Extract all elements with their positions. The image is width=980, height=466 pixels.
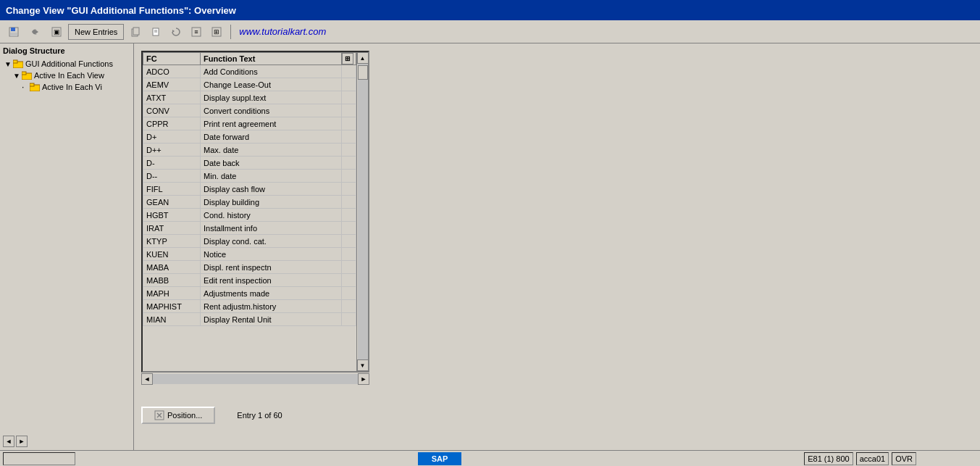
folder-icon-2: [21, 70, 33, 80]
table-row[interactable]: AEMVChange Lease-Out: [143, 78, 356, 91]
table-row[interactable]: CPPRPrint rent agreement: [143, 117, 356, 130]
status-mode: OVR: [892, 452, 916, 465]
title-text: Change View "GUI Additional Functions": …: [6, 5, 236, 16]
table-cell-text: Date back: [201, 157, 342, 170]
table-cell-text: Print rent agreement: [201, 117, 342, 130]
expand-arrow-2: ▼: [13, 72, 20, 80]
table-cell-fc: D--: [143, 170, 201, 183]
folder-icon-3: [29, 82, 41, 92]
svg-marker-10: [172, 30, 175, 33]
table-row[interactable]: ATXTDisplay suppl.text: [143, 91, 356, 104]
table-row[interactable]: D++Max. date: [143, 143, 356, 157]
scroll-down-button[interactable]: ▼: [357, 359, 369, 371]
nav-left-arrow[interactable]: ◄: [3, 436, 14, 447]
status-section-left: [3, 452, 75, 465]
table-cell-fc: GEAN: [143, 196, 201, 209]
svg-rect-2: [10, 33, 17, 36]
table-row[interactable]: ADCOAdd Conditions: [143, 65, 356, 78]
table-cell-text: Notice: [201, 248, 342, 261]
col-fc-header: FC: [143, 53, 201, 65]
table-cell-fc: D+: [143, 130, 201, 143]
scroll-track: [358, 64, 368, 359]
position-button[interactable]: Position...: [141, 407, 215, 424]
table-cell-empty: [342, 313, 356, 326]
table-cell-text: Display suppl.text: [201, 91, 342, 104]
table-row[interactable]: CONVConvert conditions: [143, 104, 356, 117]
table-row[interactable]: FIFLDisplay cash flow: [143, 183, 356, 196]
table-cell-empty: [342, 91, 356, 104]
table-cell-empty: [342, 65, 356, 78]
table-cell-fc: IRAT: [143, 222, 201, 235]
scroll-up-button[interactable]: ▲: [357, 52, 369, 64]
tree-item-active-in-each-vi[interactable]: · Active In Each Vi: [22, 81, 130, 93]
toolbar-btn-7[interactable]: ≡: [188, 23, 205, 41]
scroll-left-button[interactable]: ◄: [141, 373, 153, 385]
toolbar-paste-btn[interactable]: [147, 23, 164, 41]
entry-info: Entry 1 of 60: [237, 411, 282, 420]
table-cell-text: Adjustments made: [201, 287, 342, 300]
table-row[interactable]: IRATInstallment info: [143, 222, 356, 235]
svg-rect-6: [133, 28, 139, 35]
table-cell-empty: [342, 235, 356, 248]
table-cell-text: Date forward: [201, 130, 342, 143]
undo-button[interactable]: [26, 23, 45, 41]
table-row[interactable]: D--Min. date: [143, 170, 356, 183]
table-row[interactable]: KTYPDisplay cond. cat.: [143, 235, 356, 248]
table-cell-empty: [342, 130, 356, 143]
table-row[interactable]: KUENNotice: [143, 248, 356, 261]
new-entries-button[interactable]: New Entries: [68, 24, 124, 40]
table-cell-fc: MABB: [143, 274, 201, 287]
table-cell-fc: ATXT: [143, 91, 201, 104]
hscroll-track: [153, 374, 358, 384]
table-row[interactable]: MAPHAdjustments made: [143, 287, 356, 300]
table-cell-empty: [342, 157, 356, 170]
table-cell-text: Rent adjustm.history: [201, 300, 342, 313]
table-cell-fc: D-: [143, 157, 201, 170]
table-cell-fc: CPPR: [143, 117, 201, 130]
toolbar-copy-btn[interactable]: [127, 23, 144, 41]
tree-item-active-in-each-view[interactable]: ▼ Active In Each View: [13, 70, 130, 81]
table-cell-fc: ADCO: [143, 65, 201, 78]
vertical-scrollbar[interactable]: ▲ ▼: [356, 52, 368, 371]
table-cell-empty: [342, 183, 356, 196]
table-cell-text: Add Conditions: [201, 65, 342, 78]
expand-arrow-1: ▼: [4, 60, 12, 68]
table-cell-text: Convert conditions: [201, 104, 342, 117]
table-cell-fc: D++: [143, 143, 201, 157]
table-cell-text: Cond. history: [201, 209, 342, 222]
tree-label-2: Active In Each View: [34, 71, 104, 80]
table-cell-text: Edit rent inspection: [201, 274, 342, 287]
toolbar-url: www.tutorialkart.com: [239, 26, 326, 37]
table-row[interactable]: GEANDisplay building: [143, 196, 356, 209]
svg-rect-18: [22, 72, 26, 75]
position-icon: [154, 410, 164, 420]
table-row[interactable]: MABADispl. rent inspectn: [143, 261, 356, 274]
scroll-right-button[interactable]: ►: [358, 373, 369, 385]
table-row[interactable]: MABBEdit rent inspection: [143, 274, 356, 287]
horizontal-scrollbar-area: ◄ ►: [141, 373, 369, 385]
table-row[interactable]: D-Date back: [143, 157, 356, 170]
table-settings-icon[interactable]: ⊞: [342, 53, 353, 65]
scroll-thumb[interactable]: [358, 65, 368, 80]
table-cell-text: Display building: [201, 196, 342, 209]
table-cell-fc: MAPHIST: [143, 300, 201, 313]
save-button[interactable]: [4, 23, 23, 41]
table-cell-text: Min. date: [201, 170, 342, 183]
right-panel: FC Function Text ⊞ ADCOAdd Conditio: [134, 43, 980, 450]
table-cell-text: Installment info: [201, 222, 342, 235]
nav-right-arrow[interactable]: ►: [16, 436, 28, 447]
table-cell-empty: [342, 274, 356, 287]
title-bar: Change View "GUI Additional Functions": …: [0, 0, 980, 20]
table-row[interactable]: MIANDisplay Rental Unit: [143, 313, 356, 326]
table-cell-fc: CONV: [143, 104, 201, 117]
dialog-structure-title: Dialog Structure: [3, 46, 130, 55]
toolbar-btn-3[interactable]: ▣: [48, 23, 65, 41]
table-row[interactable]: MAPHISTRent adjustm.history: [143, 300, 356, 313]
tree-item-gui-additional-functions[interactable]: ▼ GUI Additional Functions: [4, 58, 130, 70]
toolbar-btn-8[interactable]: ⊞: [208, 23, 225, 41]
toolbar-refresh-btn[interactable]: [167, 23, 185, 41]
table-cell-empty: [342, 78, 356, 91]
table-row[interactable]: D+Date forward: [143, 130, 356, 143]
tree-spacer: ·: [22, 82, 29, 92]
table-row[interactable]: HGBTCond. history: [143, 209, 356, 222]
